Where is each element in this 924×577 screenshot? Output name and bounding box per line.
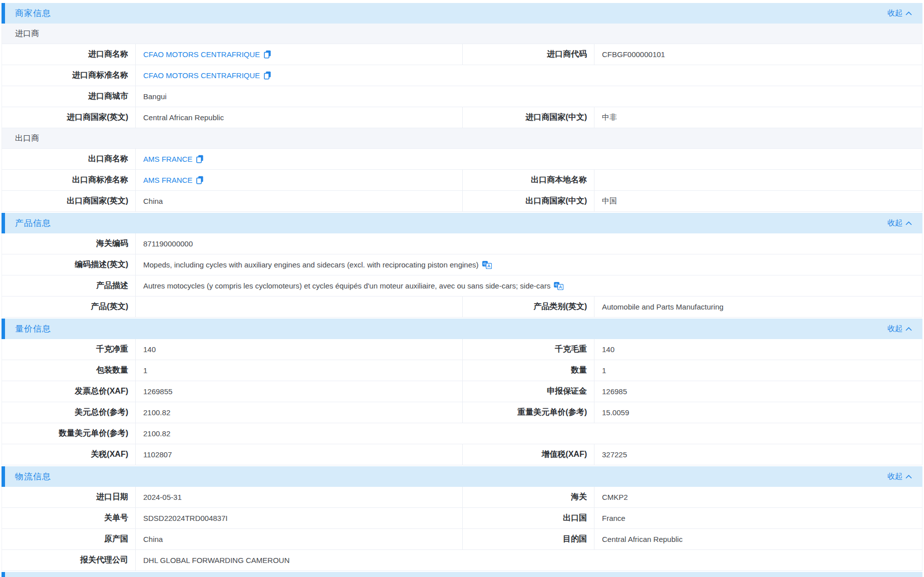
row-product-desc: 产品描述 Autres motocycles (y compris les cy… [2,275,922,297]
translate-icon[interactable]: 中A [482,261,492,269]
exporter-name-link[interactable]: AMS FRANCE [143,155,192,163]
label-customs-agent: 报关代理公司 [2,550,136,570]
row-origin-country: 原产国 China 目的国 Central African Republic [2,529,922,550]
section-merchant: 商家信息 收起 进口商 进口商名称 CFAO MOTORS CENTRAFRIQ… [2,3,922,212]
row-usd-unit-qty: 数量美元单价(参考) 2100.82 [2,423,922,444]
exporter-subheader: 出口商 [2,128,922,149]
cell-exporter-std-name: AMS FRANCE [136,170,462,190]
importer-name-link[interactable]: CFAO MOTORS CENTRAFRIQUE [143,50,260,59]
row-code-desc-en: 编码描述(英文) Mopeds, including cycles with a… [2,254,922,275]
row-usd-total: 美元总价(参考) 2100.82 重量美元单价(参考) 15.0059 [2,402,922,423]
label-exporter-std-name: 出口商标准名称 [2,170,136,190]
copy-icon[interactable] [263,71,271,80]
value-destination-country: Central African Republic [594,529,922,549]
label-usd-total: 美元总价(参考) [2,402,136,423]
value-export-country: France [594,508,922,528]
label-customs: 海关 [462,487,594,507]
value-hs-code: 871190000000 [136,233,922,254]
collapse-label: 收起 [887,324,902,334]
value-code-desc-en: Mopeds, including cycles with auxiliary … [143,260,479,269]
chevron-up-icon [905,221,912,225]
label-product-en: 产品(英文) [2,297,136,317]
collapse-label: 收起 [887,218,902,228]
row-invoice-total: 发票总价(XAF) 1269855 申报保证金 126985 [2,381,922,402]
label-gross-weight: 千克毛重 [462,339,594,360]
logistics-section-title: 物流信息 [15,471,51,482]
qty-price-section-header: 量价信息 收起 [2,319,922,339]
label-export-country: 出口国 [462,508,594,528]
label-destination-country: 目的国 [462,529,594,549]
cell-importer-std-name: CFAO MOTORS CENTRAFRIQUE [136,65,922,86]
product-section-title: 产品信息 [15,217,51,229]
label-vat: 增值税(XAF) [462,444,594,465]
row-tariff: 关税(XAF) 1102807 增值税(XAF) 327225 [2,444,922,465]
row-customs-no: 关单号 SDSD22024TRD004837I 出口国 France [2,508,922,529]
cell-importer-name: CFAO MOTORS CENTRAFRIQUE [136,44,462,65]
label-importer-country-cn: 进口商国家(中文) [462,107,594,128]
copy-icon[interactable] [263,50,271,59]
value-gross-weight: 140 [594,339,922,360]
chevron-up-icon [905,12,912,16]
label-importer-country-en: 进口商国家(英文) [2,107,136,128]
row-exporter-std-name: 出口商标准名称 AMS FRANCE 出口商本地名称 [2,170,922,191]
value-importer-city: Bangui [136,86,922,107]
label-origin-country: 原产国 [2,529,136,549]
row-hs-code: 海关编码 871190000000 [2,233,922,254]
label-product-desc: 产品描述 [2,275,136,296]
value-product-category-en: Automobile and Parts Manufacturing [594,297,922,317]
value-usd-total: 2100.82 [136,402,462,423]
logistics-section-header: 物流信息 收起 [2,466,922,487]
label-package-qty: 包装数量 [2,360,136,381]
label-net-weight: 千克净重 [2,339,136,360]
label-invoice-total: 发票总价(XAF) [2,381,136,402]
label-usd-unit-qty: 数量美元单价(参考) [2,423,136,444]
row-importer-name: 进口商名称 CFAO MOTORS CENTRAFRIQUE 进口商代码 CFB… [2,44,922,65]
collapse-label: 收起 [887,9,902,18]
product-collapse-button[interactable]: 收起 [887,218,922,228]
label-quantity: 数量 [462,360,594,381]
qty-price-collapse-button[interactable]: 收起 [887,324,922,334]
row-package-qty: 包装数量 1 数量 1 [2,360,922,381]
value-net-weight: 140 [136,339,462,360]
value-vat: 327225 [594,444,922,465]
chevron-up-icon [905,327,912,331]
importer-subheader: 进口商 [2,24,922,44]
value-importer-code: CFBGF000000101 [594,44,922,65]
next-section-header-partial [2,572,922,577]
value-origin-country: China [136,529,462,549]
merchant-section-title: 商家信息 [15,8,51,19]
value-declared-deposit: 126985 [594,381,922,402]
cell-exporter-name: AMS FRANCE [136,149,922,169]
copy-icon[interactable] [196,155,204,163]
exporter-subheader-label: 出口商 [15,133,39,144]
value-product-desc: Autres motocycles (y compris les cyclomo… [143,281,550,290]
label-import-date: 进口日期 [2,487,136,507]
label-importer-std-name: 进口商标准名称 [2,65,136,86]
exporter-std-name-link[interactable]: AMS FRANCE [143,176,192,184]
label-code-desc-en: 编码描述(英文) [2,254,136,275]
value-customs: CMKP2 [594,487,922,507]
section-logistics: 物流信息 收起 进口日期 2024-05-31 海关 CMKP2 关单号 SDS… [2,466,922,571]
trade-record-page: 商家信息 收起 进口商 进口商名称 CFAO MOTORS CENTRAFRIQ… [0,0,924,577]
translate-icon[interactable]: 中A [554,282,563,290]
row-importer-std-name: 进口商标准名称 CFAO MOTORS CENTRAFRIQUE [2,65,922,86]
row-product-en: 产品(英文) 产品类别(英文) Automobile and Parts Man… [2,297,922,318]
svg-text:A: A [559,284,562,290]
collapse-label: 收起 [887,472,902,481]
value-tariff: 1102807 [136,444,462,465]
section-accent-bar [2,3,5,24]
copy-icon[interactable] [196,176,204,184]
importer-std-name-link[interactable]: CFAO MOTORS CENTRAFRIQUE [143,71,260,80]
label-importer-city: 进口商城市 [2,86,136,107]
section-accent-bar [2,213,5,233]
value-usd-unit-qty: 2100.82 [136,423,922,444]
qty-price-section-title: 量价信息 [15,323,51,335]
merchant-collapse-button[interactable]: 收起 [887,9,922,18]
value-importer-country-en: Central African Republic [136,107,462,128]
row-exporter-country: 出口商国家(英文) China 出口商国家(中文) 中国 [2,191,922,212]
value-exporter-local-name [594,170,922,190]
row-import-date: 进口日期 2024-05-31 海关 CMKP2 [2,487,922,508]
section-product: 产品信息 收起 海关编码 871190000000 编码描述(英文) Moped… [2,213,922,318]
label-customs-no: 关单号 [2,508,136,528]
logistics-collapse-button[interactable]: 收起 [887,472,922,481]
